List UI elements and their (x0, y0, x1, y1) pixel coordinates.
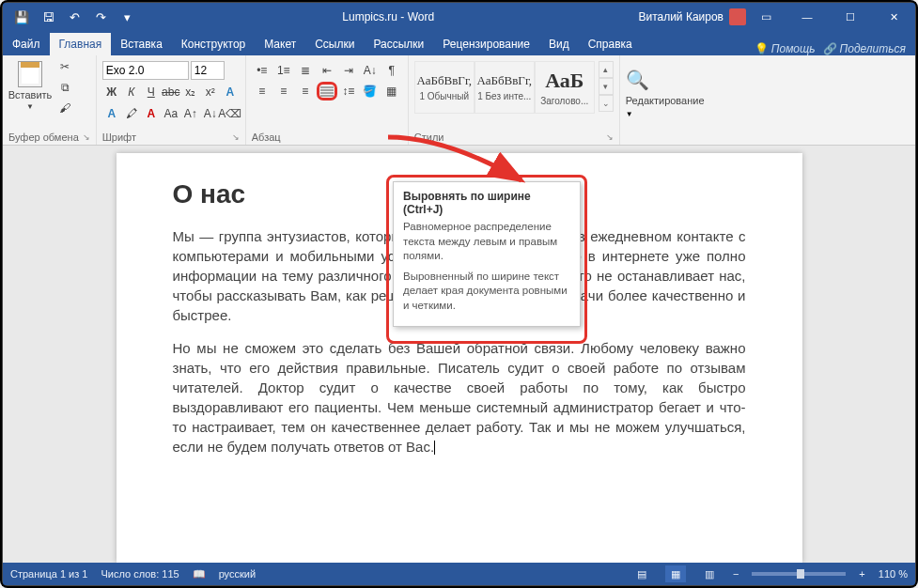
shading-button[interactable]: 🪣 (360, 82, 381, 101)
zoom-label[interactable]: 110 % (879, 568, 908, 580)
status-language[interactable]: русский (219, 568, 256, 580)
editing-button[interactable]: Редактирование (626, 95, 705, 106)
tooltip-line1: Равномерное распределение текста между л… (403, 220, 570, 264)
view-read-icon[interactable]: ▤ (631, 565, 652, 582)
show-marks-button[interactable]: ¶ (381, 61, 402, 80)
multilevel-button[interactable]: ≣ (295, 61, 316, 80)
dialog-launcher-icon[interactable]: ↘ (395, 132, 402, 142)
shrink-font-button[interactable]: A↓ (201, 104, 220, 123)
tab-help[interactable]: Справка (579, 33, 642, 55)
statusbar: Страница 1 из 1 Число слов: 115 📖 русски… (3, 563, 915, 585)
tab-layout[interactable]: Макет (255, 33, 305, 55)
zoom-out-button[interactable]: − (733, 568, 739, 580)
font-name-combo[interactable]: Exo 2.0 (102, 61, 189, 80)
tab-design[interactable]: Конструктор (172, 33, 255, 55)
text-fill-button[interactable]: A (102, 104, 121, 123)
avatar[interactable] (729, 8, 746, 25)
zoom-in-button[interactable]: + (859, 568, 864, 580)
line-spacing-button[interactable]: ↕≡ (338, 82, 359, 101)
zoom-slider[interactable] (752, 572, 846, 576)
group-paragraph-label: Абзац (252, 132, 281, 143)
undo-icon[interactable]: ↶ (63, 6, 86, 28)
style-heading[interactable]: АаБ Заголово... (535, 61, 595, 114)
proofing-icon[interactable]: 📖 (193, 568, 206, 580)
underline-button[interactable]: Ч (142, 83, 161, 101)
dialog-launcher-icon[interactable]: ↘ (232, 132, 240, 142)
status-words[interactable]: Число слов: 115 (101, 568, 179, 580)
ribbon-options-icon[interactable]: ▭ (752, 10, 780, 23)
paste-icon (18, 61, 42, 87)
group-styles-label: Стили (414, 132, 444, 143)
autosave-icon[interactable]: 💾 (10, 6, 33, 28)
superscript-button[interactable]: x² (201, 83, 220, 101)
minimize-button[interactable]: — (786, 3, 829, 31)
tab-mailings[interactable]: Рассылки (364, 33, 433, 55)
view-print-icon[interactable]: ▦ (665, 565, 686, 582)
text-effects-button[interactable]: A (221, 83, 240, 101)
redo-icon[interactable]: ↷ (89, 6, 112, 28)
view-web-icon[interactable]: ▥ (699, 565, 720, 582)
tab-references[interactable]: Ссылки (305, 33, 364, 55)
tab-review[interactable]: Рецензирование (433, 33, 539, 55)
numbering-button[interactable]: 1≡ (273, 61, 294, 80)
chevron-down-icon: ▼ (26, 102, 34, 111)
ribbon-tabs: Файл Главная Вставка Конструктор Макет С… (3, 31, 915, 55)
save-icon[interactable]: 🖫 (37, 6, 59, 28)
window-title: Lumpics.ru - Word (138, 10, 638, 23)
strike-button[interactable]: abc (162, 83, 180, 101)
user-name[interactable]: Виталий Каиров (638, 10, 724, 23)
dialog-launcher-icon[interactable]: ↘ (606, 132, 614, 142)
tooltip-title: Выровнять по ширине (Ctrl+J) (403, 190, 570, 216)
font-size-combo[interactable]: 12 (191, 61, 225, 80)
style-no-spacing[interactable]: АаБбВвГг, 1 Без инте... (475, 61, 535, 114)
subscript-button[interactable]: x₂ (181, 83, 200, 101)
find-icon[interactable]: 🔍 (626, 69, 649, 91)
status-page[interactable]: Страница 1 из 1 (10, 568, 87, 580)
dialog-launcher-icon[interactable]: ↘ (83, 132, 90, 142)
ribbon: Вставить ▼ ✂ ⧉ 🖌 Буфер обмена↘ Exo 2.0 1… (3, 55, 915, 146)
font-color-button[interactable]: A (142, 104, 161, 123)
close-button[interactable]: ✕ (872, 3, 915, 31)
tooltip-line2: Выровненный по ширине текст делает края … (403, 270, 570, 314)
group-styles: АаБбВвГг, 1 Обычный АаБбВвГг, 1 Без инте… (409, 55, 620, 145)
qat-more-icon[interactable]: ▾ (116, 6, 138, 28)
paste-button[interactable]: Вставить ▼ (8, 57, 52, 111)
styles-down-icon[interactable]: ▾ (599, 78, 614, 95)
tab-file[interactable]: Файл (3, 33, 50, 55)
borders-button[interactable]: ▦ (381, 82, 402, 101)
tab-view[interactable]: Вид (539, 33, 579, 55)
chevron-down-icon: ▼ (626, 110, 633, 118)
styles-more-icon[interactable]: ⌄ (599, 95, 614, 112)
tab-insert[interactable]: Вставка (111, 33, 172, 55)
share-button[interactable]: 🔗 Поделиться (823, 42, 906, 55)
grow-font-button[interactable]: A↑ (181, 104, 200, 123)
align-left-button[interactable]: ≡ (252, 82, 272, 101)
align-right-button[interactable]: ≡ (295, 82, 316, 101)
format-painter-icon[interactable]: 🖌 (55, 99, 74, 117)
sort-button[interactable]: A↓ (360, 61, 381, 80)
bullets-button[interactable]: •≡ (252, 61, 272, 80)
increase-indent-button[interactable]: ⇥ (338, 61, 359, 80)
italic-button[interactable]: К (122, 83, 141, 101)
doc-paragraph-2: Но мы не сможем это сделать без Вашей об… (173, 338, 746, 456)
group-paragraph: •≡ 1≡ ≣ ⇤ ⇥ A↓ ¶ ≡ ≡ ≡ (246, 55, 409, 145)
text-cursor (434, 441, 435, 455)
tab-home[interactable]: Главная (50, 33, 112, 55)
highlight-button[interactable]: 🖍 (122, 104, 141, 123)
maximize-button[interactable]: ☐ (829, 3, 872, 31)
group-clipboard: Вставить ▼ ✂ ⧉ 🖌 Буфер обмена↘ (3, 55, 97, 145)
copy-icon[interactable]: ⧉ (55, 78, 74, 97)
group-clipboard-label: Буфер обмена (8, 132, 79, 143)
help-button[interactable]: 💡 Помощь (755, 42, 816, 55)
decrease-indent-button[interactable]: ⇤ (317, 61, 337, 80)
justify-tooltip: Выровнять по ширине (Ctrl+J) Равномерное… (393, 181, 581, 327)
group-font-label: Шрифт (102, 132, 136, 143)
change-case-button[interactable]: Aa (162, 104, 180, 123)
justify-button[interactable] (319, 82, 335, 101)
styles-up-icon[interactable]: ▴ (599, 61, 614, 78)
bold-button[interactable]: Ж (102, 83, 121, 101)
clear-format-button[interactable]: A⌫ (221, 104, 240, 123)
style-normal[interactable]: АаБбВвГг, 1 Обычный (414, 61, 475, 114)
cut-icon[interactable]: ✂ (55, 57, 74, 76)
align-center-button[interactable]: ≡ (273, 82, 294, 101)
